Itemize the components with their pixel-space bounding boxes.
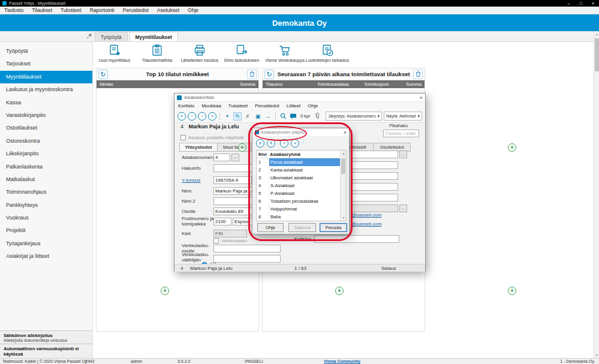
sidebar-item-projektit[interactable]: Projektit xyxy=(0,224,92,237)
action-tilaustenhallinta[interactable]: Tilaustenhallinta xyxy=(136,44,179,62)
sidebar-item-vuokraus[interactable]: Vuokraus xyxy=(0,212,92,224)
attachment-icon[interactable] xyxy=(313,112,321,121)
show-dropdown[interactable]: Näytä: Aktiiviset ▾ xyxy=(384,112,422,121)
menu-muokkaa[interactable]: Muokkaa xyxy=(198,103,224,109)
contact-input[interactable] xyxy=(351,172,398,180)
order-dropdown[interactable]: Järjestys: Asiakasnumero ▾ xyxy=(326,112,382,121)
maximize-icon[interactable]: □ xyxy=(580,1,582,5)
sidebar-item-liikekirjanpito[interactable]: Liikekirjanpito xyxy=(0,148,92,160)
menu-tulosteet[interactable]: Tulosteet xyxy=(225,103,252,109)
postinumero-input[interactable] xyxy=(213,218,231,225)
menu-raportointi[interactable]: Raportointi xyxy=(86,7,119,13)
action-luottotietojen-tarkastus[interactable]: Luottotietojen tarkastus xyxy=(306,44,349,62)
close-icon[interactable]: × xyxy=(592,1,594,5)
edit-record-icon[interactable]: ✎ xyxy=(233,112,242,121)
close-icon[interactable]: × xyxy=(420,95,423,101)
menu-perustiedot[interactable]: Perustiedot xyxy=(119,7,153,13)
menu-ohje[interactable]: Ohje xyxy=(183,7,203,13)
sidebar-item-tarjoukset[interactable]: Tarjoukset xyxy=(0,58,92,70)
cancel-button[interactable]: Peruuta xyxy=(320,223,347,232)
delete-row-icon[interactable]: × xyxy=(291,139,299,148)
refresh-icon[interactable]: ↻ xyxy=(98,70,108,79)
action-lahetteiden-tulostus[interactable]: Lähetteiden tulostus xyxy=(178,44,221,62)
sidebar-item-laskutus[interactable]: Laskutus ja myyntireskontra xyxy=(0,83,92,96)
transfer-record-icon[interactable]: → xyxy=(264,112,272,121)
sidebar-item-tyoajankirjaus[interactable]: Työajankirjaus xyxy=(0,237,92,250)
sidebar-item-ostoreskontra[interactable]: Ostoreskontra xyxy=(0,135,92,148)
notice-backup[interactable]: Automaattinen varmuuskopiointi ei käytös… xyxy=(0,344,93,358)
customer-window-titlebar[interactable]: Asiakaskortisto × xyxy=(174,94,425,102)
notice-esignature[interactable]: Sähköinen allekirjoitus Allekirjoita dok… xyxy=(0,330,93,344)
scroll-up-icon[interactable]: ▲ xyxy=(341,152,347,155)
contact-input[interactable] xyxy=(351,161,398,169)
trash-icon[interactable] xyxy=(247,70,257,79)
ytunnus-link-label[interactable]: Y-tunnus xyxy=(182,178,213,183)
sidebar-item-pankkiyhteys[interactable]: Pankkiyhteys xyxy=(0,199,92,212)
menu-tiedosto[interactable]: Tiedosto xyxy=(0,7,28,13)
asiakasnumero-browse-button[interactable]: ... xyxy=(231,154,239,161)
action-siirto-laskutukseen[interactable]: Siirto laskutukseen xyxy=(220,44,263,62)
group-row[interactable]: 5 P-Asiakkaat xyxy=(257,189,346,197)
sidebar-item-asiakirjat[interactable]: Asiakirjat ja liitteet xyxy=(0,250,92,263)
group-row[interactable]: 6 Totaalisen perusasiakas xyxy=(257,197,346,205)
add-row-icon[interactable]: + xyxy=(280,139,288,148)
main-scrollbar[interactable]: ▲ ▼ xyxy=(594,31,599,358)
delete-record-icon[interactable]: ✗ xyxy=(243,112,252,121)
group-row[interactable]: 1 Perus-asiakkaat xyxy=(257,158,346,166)
menu-ohje[interactable]: Ohje xyxy=(304,103,321,109)
tab-tyopoyta[interactable]: Työpöytä xyxy=(95,32,128,41)
menu-kortisto[interactable]: Kortisto xyxy=(174,103,198,109)
menu-asetukset[interactable]: Asetukset xyxy=(153,7,183,13)
ytunnus-input[interactable] xyxy=(213,176,252,184)
inactive-checkbox[interactable] xyxy=(180,135,186,140)
verkkolaskuosoite-input[interactable] xyxy=(213,245,281,252)
action-uusi-myyntitilaus[interactable]: Uusi myyntitilaus xyxy=(93,44,136,62)
sidebar-item-palkanlaskenta[interactable]: Palkanlaskenta xyxy=(0,161,92,173)
scroll-down-icon[interactable]: ▼ xyxy=(594,353,599,357)
sidebar-item-kassa[interactable]: Kassa xyxy=(0,97,92,109)
quick-search-input[interactable] xyxy=(383,130,419,137)
menu-liitteet[interactable]: Liitteet xyxy=(283,103,305,109)
group-row[interactable]: 3 Ulkomaiset asiakkaat xyxy=(257,174,346,182)
trash-icon[interactable] xyxy=(413,70,423,79)
action-visma-verkkokauppa[interactable]: Visma Verkkokauppa xyxy=(263,44,306,62)
scroll-down-icon[interactable]: ▼ xyxy=(341,216,347,219)
sidebar-item-tyopoyta[interactable]: Työpöytä xyxy=(0,45,92,58)
help-button[interactable]: Ohje xyxy=(257,223,284,232)
verkkolasku-valittaja-input[interactable] xyxy=(213,255,281,263)
comment-icon[interactable] xyxy=(289,112,297,121)
group-row[interactable]: 8 Batia xyxy=(257,213,346,221)
add-record-icon[interactable]: + xyxy=(223,112,231,121)
search-icon[interactable] xyxy=(279,112,287,121)
contact-input[interactable] xyxy=(351,194,398,201)
nav-next-icon[interactable]: › xyxy=(198,112,206,121)
pin-icon[interactable] xyxy=(86,32,93,40)
scrollbar-thumb[interactable] xyxy=(341,158,345,174)
group-list-scrollbar[interactable]: ▲ ▼ xyxy=(340,151,346,221)
email-link[interactable]: @passeli.com xyxy=(351,212,381,218)
minimize-icon[interactable]: – xyxy=(568,1,570,5)
group-browse-button[interactable]: ... xyxy=(399,151,407,158)
sidebar-item-ostotilaukset[interactable]: Ostotilaukset xyxy=(0,122,92,134)
kotisivu-input[interactable] xyxy=(314,235,399,243)
refresh-icon[interactable]: ↻ xyxy=(264,70,274,79)
sidebar-item-myyntitilaukset[interactable]: Myyntitilaukset xyxy=(0,71,92,83)
nav-last-icon[interactable]: » xyxy=(208,112,216,121)
move-up-icon[interactable]: ∧ xyxy=(267,139,275,148)
group-window-titlebar[interactable]: Asiakasryhmien ylläpito × xyxy=(252,128,349,137)
tab-myyntitilaukset[interactable]: Myyntitilaukset xyxy=(130,32,178,41)
menu-perustiedot[interactable]: Perustiedot xyxy=(251,103,282,109)
group-row[interactable]: 2 Kanta-asiakkaat xyxy=(257,166,346,174)
menu-tilaukset[interactable]: Tilaukset xyxy=(28,7,56,13)
sidebar-item-matkalaskut[interactable]: Matkalaskut xyxy=(0,173,92,186)
nav-prev-icon[interactable]: ‹ xyxy=(188,112,196,121)
menu-tulosteet[interactable]: Tulosteet xyxy=(56,7,86,13)
scrollbar-thumb[interactable] xyxy=(595,38,599,71)
close-icon[interactable]: × xyxy=(344,130,347,136)
scroll-up-icon[interactable]: ▲ xyxy=(594,32,599,36)
move-down-icon[interactable]: ∨ xyxy=(256,139,264,148)
copy-record-icon[interactable]: ▣ xyxy=(254,112,262,121)
email-link[interactable]: @passeli.com xyxy=(351,221,381,227)
sidebar-item-varastokirjanpito[interactable]: Varastokirjanpito xyxy=(0,109,92,122)
visma-community-link[interactable]: Visma Community xyxy=(324,359,360,363)
